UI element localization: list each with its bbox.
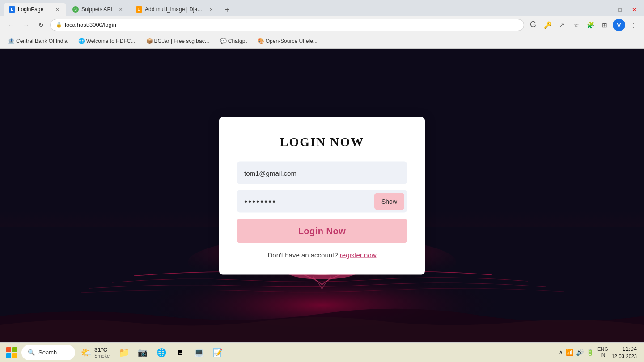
tab-title-1: LoginPage xyxy=(18,6,51,13)
taskbar-right: ∧ 📶 🔊 🔋 ENG IN 11:04 12-03-2023 xyxy=(559,345,640,360)
bookmark-icon[interactable]: ☆ xyxy=(570,19,582,31)
language-indicator[interactable]: ENG IN xyxy=(597,346,608,358)
taskbar-apps: 📁 📷 🌐 🖩 💻 📝 xyxy=(115,344,227,362)
taskbar-app-chrome[interactable]: 🌐 xyxy=(153,344,170,362)
minimize-button[interactable]: ─ xyxy=(599,4,612,16)
bookmark-central-bank[interactable]: 🏦 Central Bank Of India xyxy=(4,37,71,45)
win-sq-red xyxy=(6,347,11,352)
address-bar-row: ← → ↻ 🔒 localhost:3000/login G 🔑 ↗ ☆ 🧩 ⊞… xyxy=(0,16,644,34)
win-sq-yellow xyxy=(12,353,17,358)
tab-close-2[interactable]: ✕ xyxy=(117,6,124,13)
clock-time: 11:04 xyxy=(612,345,637,353)
email-input[interactable] xyxy=(237,162,407,184)
taskbar-app-explorer[interactable]: 📁 xyxy=(115,344,133,362)
bookmark-favicon-3: 📦 xyxy=(146,38,153,44)
taskbar-app-calc[interactable]: 🖩 xyxy=(171,344,189,362)
tab-favicon-3: D xyxy=(136,6,142,13)
profile-button[interactable]: V xyxy=(613,19,625,31)
weather-desc: Smoke xyxy=(94,353,110,358)
start-button[interactable] xyxy=(4,345,20,361)
password-input[interactable] xyxy=(237,190,374,213)
window-controls: ─ □ ✕ xyxy=(599,4,640,16)
win-sq-green xyxy=(12,347,17,352)
share-icon[interactable]: ↗ xyxy=(555,19,568,31)
taskbar-app-vscode[interactable]: 📝 xyxy=(209,344,227,362)
bookmark-title-1: Central Bank Of India xyxy=(16,38,68,44)
taskbar: 🔍 Search 🌤️ 31°C Smoke 📁 📷 🌐 🖩 💻 📝 ∧ 📶 🔊… xyxy=(0,342,644,362)
search-icon: 🔍 xyxy=(28,349,35,356)
tab-close-3[interactable]: ✕ xyxy=(208,6,215,13)
login-card-wrapper: LOGIN NOW Show Login Now Don't have an a… xyxy=(219,117,425,275)
bookmark-bgjar[interactable]: 📦 BGJar | Free svg bac... xyxy=(143,37,213,45)
close-button[interactable]: ✕ xyxy=(628,4,640,16)
language-text: ENG xyxy=(597,346,608,352)
login-card: LOGIN NOW Show Login Now Don't have an a… xyxy=(219,117,425,275)
volume-icon[interactable]: 🔊 xyxy=(576,349,584,356)
extensions-icon[interactable]: 🧩 xyxy=(584,19,597,31)
tab-loginpage[interactable]: L LoginPage ✕ xyxy=(4,3,66,16)
bookmark-favicon-5: 🎨 xyxy=(258,38,264,44)
bookmark-hdfc[interactable]: 🌐 Welcome to HDFC... xyxy=(75,37,139,45)
new-tab-button[interactable]: + xyxy=(221,4,233,16)
network-icon[interactable]: 📶 xyxy=(566,349,573,356)
back-button[interactable]: ← xyxy=(4,19,17,31)
password-row: Show xyxy=(237,190,407,213)
taskbar-app-camera[interactable]: 📷 xyxy=(134,344,152,362)
bookmark-favicon-1: 🏦 xyxy=(8,38,14,44)
chevron-up-icon[interactable]: ∧ xyxy=(559,349,563,356)
tab-close-1[interactable]: ✕ xyxy=(54,6,61,13)
weather-info: 31°C Smoke xyxy=(94,346,110,358)
register-prompt-text: Don't have an account? xyxy=(267,251,338,259)
register-link[interactable]: register now xyxy=(340,251,377,259)
bookmark-title-2: Welcome to HDFC... xyxy=(86,38,136,44)
search-text: Search xyxy=(38,349,57,356)
tab-title-2: Snippets API xyxy=(81,6,114,13)
weather-temp: 31°C xyxy=(94,346,110,353)
register-row: Don't have an account? register now xyxy=(237,251,407,259)
bookmark-favicon-2: 🌐 xyxy=(78,38,85,44)
clock-date: 12-03-2023 xyxy=(612,353,637,360)
tab-title-3: Add multi_image | Django site a... xyxy=(145,6,205,13)
bookmark-title-3: BGJar | Free svg bac... xyxy=(154,38,209,44)
win-sq-blue xyxy=(6,353,11,358)
show-password-button[interactable]: Show xyxy=(374,193,404,210)
address-text: localhost:3000/login xyxy=(65,21,518,28)
tab-django[interactable]: D Add multi_image | Django site a... ✕ xyxy=(131,3,220,16)
browser-chrome: L LoginPage ✕ S Snippets API ✕ D Add mul… xyxy=(0,0,644,49)
tab-bar: L LoginPage ✕ S Snippets API ✕ D Add mul… xyxy=(0,0,644,16)
login-now-button[interactable]: Login Now xyxy=(237,219,407,243)
login-title: LOGIN NOW xyxy=(237,135,407,149)
menu-icon[interactable]: ⋮ xyxy=(627,19,640,31)
taskbar-app-terminal[interactable]: 💻 xyxy=(190,344,208,362)
region-text: IN xyxy=(597,352,608,358)
tab-favicon-1: L xyxy=(9,6,15,13)
bookmark-openui[interactable]: 🎨 Open-Source UI ele... xyxy=(254,37,321,45)
taskbar-weather: 🌤️ 31°C Smoke xyxy=(77,345,113,360)
main-content: LOGIN NOW Show Login Now Don't have an a… xyxy=(0,49,644,343)
bookmark-favicon-4: 💬 xyxy=(220,38,226,44)
address-bar[interactable]: 🔒 localhost:3000/login xyxy=(50,19,524,31)
maximize-button[interactable]: □ xyxy=(614,4,626,16)
forward-button[interactable]: → xyxy=(20,19,32,31)
battery-icon[interactable]: 🔋 xyxy=(586,349,594,356)
reload-button[interactable]: ↻ xyxy=(35,19,47,31)
bookmark-chatgpt[interactable]: 💬 Chatgpt xyxy=(216,37,250,45)
taskbar-clock[interactable]: 11:04 12-03-2023 xyxy=(612,345,637,360)
bookmark-title-4: Chatgpt xyxy=(228,38,247,44)
tab-snippets[interactable]: S Snippets API ✕ xyxy=(67,3,130,16)
lock-icon: 🔒 xyxy=(56,22,62,28)
weather-icon: 🌤️ xyxy=(80,347,92,358)
taskbar-search[interactable]: 🔍 Search xyxy=(21,345,75,360)
google-icon[interactable]: G xyxy=(527,19,539,31)
taskbar-system-icons: ∧ 📶 🔊 🔋 xyxy=(559,349,594,356)
layout-icon[interactable]: ⊞ xyxy=(598,19,611,31)
bookmark-title-5: Open-Source UI ele... xyxy=(266,38,318,44)
tab-favicon-2: S xyxy=(72,6,79,13)
windows-icon xyxy=(6,347,17,358)
key-icon[interactable]: 🔑 xyxy=(541,19,554,31)
bookmarks-bar: 🏦 Central Bank Of India 🌐 Welcome to HDF… xyxy=(0,34,644,48)
browser-actions: G 🔑 ↗ ☆ 🧩 ⊞ V ⋮ xyxy=(527,19,640,31)
